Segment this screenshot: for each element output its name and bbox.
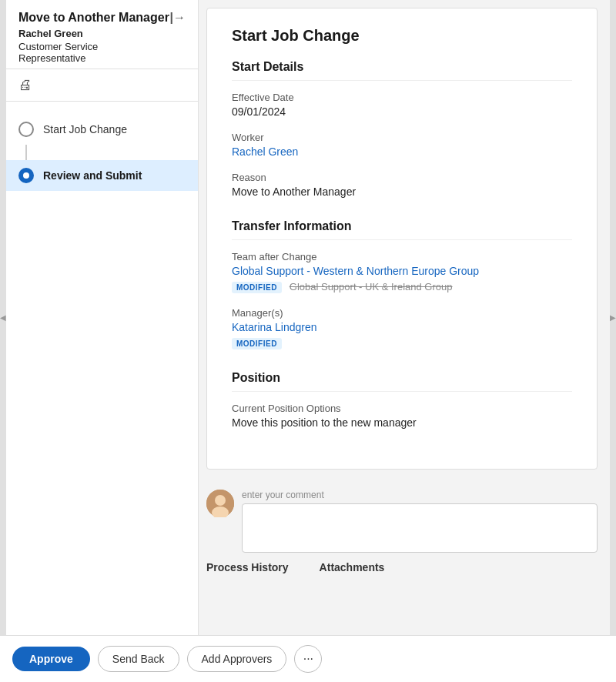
manager-value[interactable]: Katarina Lindgren — [232, 321, 572, 333]
comment-area: enter your comment Process History Attac… — [199, 477, 610, 584]
effective-date-group: Effective Date 09/01/2024 — [232, 92, 572, 118]
step-connector — [25, 145, 27, 160]
worker-label: Worker — [232, 132, 572, 143]
comment-placeholder: enter your comment — [242, 490, 598, 500]
manager-modified-row: MODIFIED — [232, 336, 572, 349]
employee-name: Rachel Green — [18, 28, 186, 39]
team-modified-badge: MODIFIED — [232, 282, 282, 293]
effective-date-label: Effective Date — [232, 92, 572, 103]
send-back-button[interactable]: Send Back — [98, 646, 179, 672]
content-card: Start Job Change Start Details Effective… — [206, 8, 598, 470]
managers-group: Manager(s) Katarina Lindgren MODIFIED — [232, 307, 572, 349]
attachments-label: Attachments — [320, 561, 385, 573]
sidebar-title-row: Move to Another Manager |→ — [18, 11, 186, 25]
team-after-change-group: Team after Change Global Support - Weste… — [232, 251, 572, 293]
step-label-start: Start Job Change — [43, 123, 127, 135]
worker-value[interactable]: Rachel Green — [232, 145, 572, 158]
current-position-group: Current Position Options Move this posit… — [232, 403, 572, 429]
print-icon[interactable]: 🖨 — [18, 77, 32, 92]
comment-row: enter your comment — [206, 490, 598, 555]
reason-value: Move to Another Manager — [232, 186, 572, 198]
team-after-change-label: Team after Change — [232, 251, 572, 262]
add-approvers-button[interactable]: Add Approvers — [187, 646, 287, 672]
current-position-value: Move this position to the new manager — [232, 416, 572, 429]
footer-bar: Approve Send Back Add Approvers ··· — [0, 635, 616, 682]
avatar-image — [206, 490, 234, 517]
left-panel-handle[interactable]: ◀ — [0, 0, 6, 635]
reason-label: Reason — [232, 172, 572, 183]
worker-group: Worker Rachel Green — [232, 132, 572, 158]
card-title: Start Job Change — [232, 27, 572, 45]
transfer-info-section: Transfer Information Team after Change G… — [232, 219, 572, 349]
transfer-info-title: Transfer Information — [232, 219, 572, 240]
sidebar-item-start-job-change[interactable]: Start Job Change — [6, 114, 198, 145]
sidebar-print-area: 🖨 — [6, 69, 198, 102]
step-circle-start — [18, 122, 34, 137]
team-old-value: Global Support - UK & Ireland Group — [290, 281, 453, 293]
avatar — [206, 490, 234, 517]
sidebar: Move to Another Manager |→ Rachel Green … — [6, 0, 199, 635]
team-after-change-value[interactable]: Global Support - Western & Northern Euro… — [232, 265, 572, 277]
employee-role: Customer Service Representative — [18, 41, 186, 64]
start-details-title: Start Details — [232, 60, 572, 81]
comment-input-wrap: enter your comment — [242, 490, 598, 555]
comment-input[interactable] — [242, 503, 598, 553]
sidebar-expand-icon[interactable]: |→ — [170, 11, 186, 25]
reason-group: Reason Move to Another Manager — [232, 172, 572, 198]
manager-modified-badge: MODIFIED — [232, 338, 282, 349]
process-history-label: Process History — [206, 561, 289, 573]
step-circle-review — [18, 168, 34, 183]
sidebar-steps: Start Job Change Review and Submit — [6, 102, 198, 635]
sidebar-item-review-and-submit[interactable]: Review and Submit — [6, 160, 198, 191]
position-section: Position Current Position Options Move t… — [232, 371, 572, 429]
main-content: Start Job Change Start Details Effective… — [199, 0, 610, 635]
approve-button[interactable]: Approve — [12, 647, 90, 671]
process-history-row: Process History Attachments — [206, 555, 598, 577]
effective-date-value: 09/01/2024 — [232, 105, 572, 118]
sidebar-title-text: Move to Another Manager — [18, 11, 169, 25]
start-details-section: Start Details Effective Date 09/01/2024 … — [232, 60, 572, 198]
step-label-review: Review and Submit — [43, 169, 142, 182]
svg-point-1 — [215, 495, 226, 506]
more-options-button[interactable]: ··· — [294, 645, 322, 673]
team-modified-row: MODIFIED Global Support - UK & Ireland G… — [232, 280, 572, 293]
current-position-label: Current Position Options — [232, 403, 572, 414]
right-panel-handle[interactable]: ▶ — [610, 0, 616, 635]
sidebar-header: Move to Another Manager |→ Rachel Green … — [6, 0, 198, 69]
position-title: Position — [232, 371, 572, 392]
managers-label: Manager(s) — [232, 307, 572, 319]
